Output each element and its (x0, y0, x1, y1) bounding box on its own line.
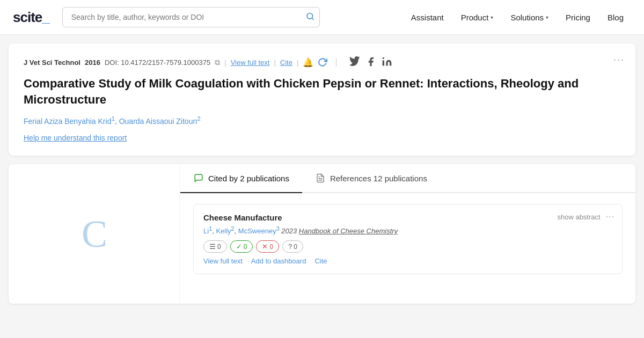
badge-total: ☰ 0 (203, 240, 227, 253)
social-icons (349, 56, 393, 68)
nav-blog[interactable]: Blog (600, 9, 631, 26)
tabs: Cited by 2 publications References 12 pu… (180, 164, 635, 193)
svg-point-3 (383, 57, 384, 59)
citation-authors: Li1, Kelly2, McSweeney3 2023 Handbook of… (203, 225, 612, 235)
citation-top-right: show abstract ··· (557, 212, 614, 222)
question-icon: ? (288, 243, 292, 251)
badge-contrasting: ✕ 0 (256, 240, 279, 253)
refresh-icon[interactable] (318, 57, 327, 67)
navbar: scite_ Assistant Product ▾ Solutions ▾ P… (0, 0, 644, 35)
check-icon: ✓ (236, 243, 242, 251)
twitter-icon[interactable] (349, 56, 361, 68)
citation-actions: View full text Add to dashboard Cite (203, 257, 612, 265)
citation-title: Cheese Manufacture (203, 213, 612, 222)
nav-solutions[interactable]: Solutions ▾ (503, 9, 556, 26)
chat-icon (193, 173, 204, 183)
citation-author-2[interactable]: Kelly2 (216, 227, 234, 235)
logo-text: scite_ (13, 9, 49, 25)
references-tab-label: References 12 publications (330, 174, 427, 183)
citation-author-3[interactable]: McSweeney3 (238, 227, 280, 235)
bell-icon[interactable]: 🔔 (303, 57, 313, 68)
article-authors[interactable]: Ferial Aziza Benyahia Krid1, Ouarda Aiss… (24, 115, 620, 126)
cite-link[interactable]: Cite (280, 58, 292, 67)
facebook-icon[interactable] (365, 56, 377, 68)
article-title: Comparative Study of Milk Coagulation wi… (24, 76, 620, 107)
article-meta: J Vet Sci Technol 2016 DOI: 10.4172/2157… (24, 56, 620, 68)
logo[interactable]: scite_ (13, 9, 49, 26)
product-chevron: ▾ (491, 14, 493, 20)
nav-links: Assistant Product ▾ Solutions ▾ Pricing … (404, 9, 631, 26)
help-link[interactable]: Help me understand this report (24, 134, 127, 142)
search-box (62, 7, 320, 27)
main-content: ··· J Vet Sci Technol 2016 DOI: 10.4172/… (0, 35, 644, 312)
citation-author-1[interactable]: Li1 (203, 227, 212, 235)
right-panel: Cited by 2 publications References 12 pu… (180, 164, 635, 304)
search-button[interactable] (306, 12, 314, 23)
citation-book[interactable]: Handbook of Cheese Chemistry (299, 227, 398, 235)
svg-rect-2 (383, 61, 384, 66)
bottom-section: C Cited by 2 publications (9, 164, 635, 304)
citation-list: show abstract ··· Cheese Manufacture Li1… (180, 193, 635, 285)
cite-action[interactable]: Cite (314, 257, 327, 265)
svg-line-1 (312, 18, 313, 20)
article-year: 2016 (85, 58, 100, 67)
copy-icon[interactable]: ⧉ (215, 58, 220, 67)
view-full-text-action[interactable]: View full text (203, 257, 243, 265)
left-panel: C (9, 164, 180, 304)
citation-card: show abstract ··· Cheese Manufacture Li1… (193, 204, 623, 274)
doc-icon (315, 173, 326, 183)
tab-references[interactable]: References 12 publications (302, 164, 440, 192)
loading-spinner: C (82, 215, 107, 253)
nav-pricing[interactable]: Pricing (558, 9, 598, 26)
show-abstract-link[interactable]: show abstract (557, 213, 600, 221)
citation-more-button[interactable]: ··· (606, 212, 614, 222)
nav-product[interactable]: Product ▾ (453, 9, 501, 26)
search-input[interactable] (62, 7, 320, 27)
nav-assistant[interactable]: Assistant (404, 9, 451, 26)
badge-mentioning: ? 0 (282, 240, 303, 253)
article-card: ··· J Vet Sci Technol 2016 DOI: 10.4172/… (9, 43, 635, 156)
add-to-dashboard-action[interactable]: Add to dashboard (251, 257, 306, 265)
tab-cited[interactable]: Cited by 2 publications (180, 164, 302, 193)
linkedin-icon[interactable] (382, 56, 393, 68)
journal-name: J Vet Sci Technol (24, 58, 80, 67)
cited-tab-label: Cited by 2 publications (208, 174, 289, 183)
citation-badges: ☰ 0 ✓ 0 ✕ 0 ? 0 (203, 240, 612, 253)
article-doi: DOI: 10.4172/2157-7579.1000375 (105, 58, 210, 67)
cross-icon: ✕ (262, 243, 268, 251)
article-more-button[interactable]: ··· (613, 54, 625, 65)
solutions-chevron: ▾ (546, 14, 548, 20)
vertical-divider (336, 58, 336, 67)
total-icon: ☰ (209, 243, 216, 251)
view-full-text-link[interactable]: View full text (231, 58, 270, 67)
badge-supporting: ✓ 0 (230, 240, 253, 253)
